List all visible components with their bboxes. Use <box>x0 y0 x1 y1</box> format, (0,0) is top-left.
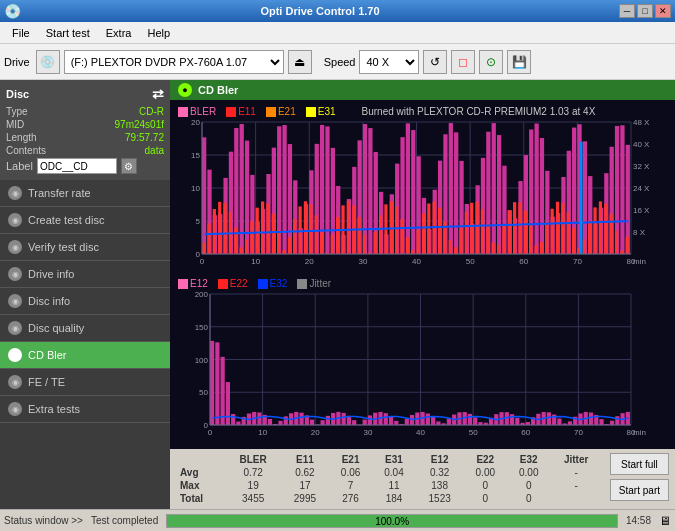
status-bar: Status window >> Test completed 100.0% 1… <box>0 509 675 531</box>
col-bler: BLER <box>225 453 281 466</box>
col-e32: E32 <box>507 453 550 466</box>
nav-disc-info[interactable]: ◉ Disc info <box>0 288 170 315</box>
max-e11: 17 <box>281 479 329 492</box>
nav-fe-te[interactable]: ◉ FE / TE <box>0 369 170 396</box>
total-e32: 0 <box>507 492 550 505</box>
legend-e32: E32 <box>258 278 288 289</box>
app-title: Opti Drive Control 1.70 <box>21 5 619 17</box>
chart-header: ● CD Bler <box>170 80 675 100</box>
e12-color <box>178 279 188 289</box>
avg-bler: 0.72 <box>225 466 281 479</box>
disc-title: Disc ⇄ <box>6 86 164 102</box>
status-text: Test completed <box>91 515 158 526</box>
cd-bler-header-icon: ● <box>178 83 192 97</box>
stats-total-row: Total 3455 2995 276 184 1523 0 0 <box>176 492 602 505</box>
stats-max-row: Max 19 17 7 11 138 0 0 - <box>176 479 602 492</box>
main-layout: Disc ⇄ Type CD-R MID 97m24s01f Length 79… <box>0 80 675 509</box>
refresh-button[interactable]: ↺ <box>423 50 447 74</box>
stats-avg-row: Avg 0.72 0.62 0.06 0.04 0.32 0.00 0.00 - <box>176 466 602 479</box>
stats-table: BLER E11 E21 E31 E12 E22 E32 Jitter Avg … <box>176 453 602 505</box>
menu-file[interactable]: File <box>4 25 38 41</box>
status-time: 14:58 <box>626 515 651 526</box>
nav-transfer-rate[interactable]: ◉ Transfer rate <box>0 180 170 207</box>
legend-e22: E22 <box>218 278 248 289</box>
stats-area: BLER E11 E21 E31 E12 E22 E32 Jitter Avg … <box>170 449 675 509</box>
jitter-color <box>297 279 307 289</box>
max-e22: 0 <box>464 479 507 492</box>
max-e12: 138 <box>416 479 464 492</box>
total-e12: 1523 <box>416 492 464 505</box>
disc-refresh-icon[interactable]: ⇄ <box>152 86 164 102</box>
col-e22: E22 <box>464 453 507 466</box>
burned-text: Burned with PLEXTOR CD-R PREMIUM2 1.03 a… <box>362 106 596 117</box>
lower-chart: E12 E22 E32 Jitter <box>174 276 671 445</box>
erase-button[interactable]: ◻ <box>451 50 475 74</box>
total-e11: 2995 <box>281 492 329 505</box>
e32-color <box>258 279 268 289</box>
col-jitter: Jitter <box>550 453 601 466</box>
disc-mid-row: MID 97m24s01f <box>6 119 164 130</box>
upper-chart-canvas <box>174 104 671 274</box>
disc-panel: Disc ⇄ Type CD-R MID 97m24s01f Length 79… <box>0 80 170 180</box>
drive-info-icon: ◉ <box>8 267 22 281</box>
drive-icon: 💿 <box>36 50 60 74</box>
menu-start-test[interactable]: Start test <box>38 25 98 41</box>
legend-e11: E11 <box>226 106 256 117</box>
extra-tests-icon: ◉ <box>8 402 22 416</box>
close-button[interactable]: ✕ <box>655 4 671 18</box>
avg-e31: 0.04 <box>372 466 415 479</box>
speed-select[interactable]: 40 X <box>359 50 419 74</box>
legend-e31: E31 <box>306 106 336 117</box>
action-buttons: Start full Start part <box>610 453 669 501</box>
verify-test-disc-icon: ◉ <box>8 240 22 254</box>
progress-text: 100.0% <box>167 515 617 529</box>
disc-quality-icon: ◉ <box>8 321 22 335</box>
avg-e22: 0.00 <box>464 466 507 479</box>
col-e12: E12 <box>416 453 464 466</box>
nav-cd-bler[interactable]: ◉ CD Bler <box>0 342 170 369</box>
max-e31: 11 <box>372 479 415 492</box>
status-window-button[interactable]: Status window >> <box>4 515 83 526</box>
create-test-disc-icon: ◉ <box>8 213 22 227</box>
restore-button[interactable]: □ <box>637 4 653 18</box>
save-button[interactable]: 💾 <box>507 50 531 74</box>
disc-gear-button[interactable]: ⚙ <box>121 158 137 174</box>
burn-button[interactable]: ⊙ <box>479 50 503 74</box>
total-e31: 184 <box>372 492 415 505</box>
drive-select[interactable]: (F:) PLEXTOR DVDR PX-760A 1.07 <box>64 50 284 74</box>
disc-label-input[interactable] <box>37 158 117 174</box>
nav-create-test-disc[interactable]: ◉ Create test disc <box>0 207 170 234</box>
avg-jitter: - <box>550 466 601 479</box>
e31-color <box>306 107 316 117</box>
title-bar: 💿 Opti Drive Control 1.70 ─ □ ✕ <box>0 0 675 22</box>
max-jitter: - <box>550 479 601 492</box>
avg-e12: 0.32 <box>416 466 464 479</box>
col-e31: E31 <box>372 453 415 466</box>
max-e32: 0 <box>507 479 550 492</box>
legend-bler: BLER <box>178 106 216 117</box>
nav-disc-quality[interactable]: ◉ Disc quality <box>0 315 170 342</box>
status-indicator-icon: 🖥 <box>659 514 671 528</box>
progress-bar-container: 100.0% <box>166 514 618 528</box>
app-icon: 💿 <box>4 3 21 19</box>
minimize-button[interactable]: ─ <box>619 4 635 18</box>
upper-legend: BLER E11 E21 E31 Burned with PLEXTOR C <box>178 106 595 117</box>
eject-button[interactable]: ⏏ <box>288 50 312 74</box>
upper-chart: BLER E11 E21 E31 Burned with PLEXTOR C <box>174 104 671 274</box>
avg-e21: 0.06 <box>329 466 372 479</box>
window-controls: ─ □ ✕ <box>619 4 671 18</box>
disc-length-row: Length 79:57.72 <box>6 132 164 143</box>
nav-drive-info[interactable]: ◉ Drive info <box>0 261 170 288</box>
disc-contents-row: Contents data <box>6 145 164 156</box>
col-e21: E21 <box>329 453 372 466</box>
nav-extra-tests[interactable]: ◉ Extra tests <box>0 396 170 423</box>
menu-extra[interactable]: Extra <box>98 25 140 41</box>
nav-verify-test-disc[interactable]: ◉ Verify test disc <box>0 234 170 261</box>
menu-help[interactable]: Help <box>139 25 178 41</box>
menu-bar: File Start test Extra Help <box>0 22 675 44</box>
e21-color <box>266 107 276 117</box>
content-area: ● CD Bler BLER E11 <box>170 80 675 509</box>
start-part-button[interactable]: Start part <box>610 479 669 501</box>
start-full-button[interactable]: Start full <box>610 453 669 475</box>
disc-label-row: Label ⚙ <box>6 158 164 174</box>
